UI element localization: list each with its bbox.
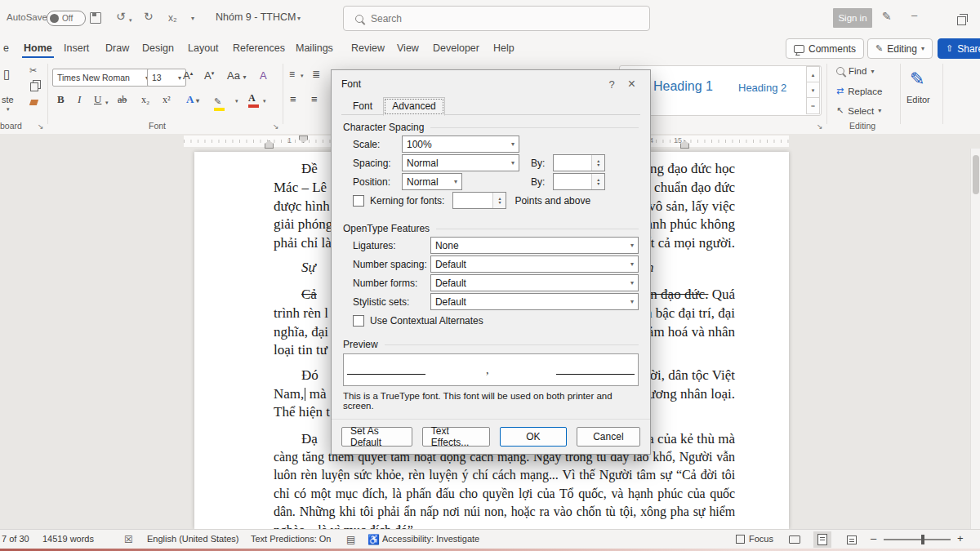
tab-home[interactable]: Home bbox=[22, 40, 54, 58]
tab-references[interactable]: References bbox=[231, 40, 287, 56]
style-heading-2[interactable]: Heading 2 bbox=[738, 82, 786, 94]
share-button[interactable]: ⇧ Share bbox=[938, 38, 980, 59]
language-status[interactable]: English (United States) bbox=[147, 534, 239, 544]
underline-button[interactable]: U bbox=[94, 93, 101, 106]
clear-formatting-button[interactable]: A bbox=[260, 69, 267, 82]
font-color-dropdown-icon[interactable]: ▾ bbox=[263, 98, 266, 104]
focus-button[interactable]: Focus bbox=[736, 534, 773, 544]
sign-in-button[interactable]: Sign in bbox=[833, 8, 872, 28]
autosave-toggle[interactable]: Off bbox=[47, 11, 86, 26]
paste-icon[interactable]: ▯ bbox=[3, 67, 10, 82]
restore-window-icon[interactable] bbox=[957, 16, 966, 25]
text-effects-button[interactable]: A ▾ bbox=[186, 93, 199, 106]
zoom-in-icon[interactable]: + bbox=[957, 532, 964, 544]
search-input[interactable]: Search bbox=[343, 6, 650, 31]
paste-dropdown-icon[interactable]: ▾ bbox=[7, 106, 10, 113]
shrink-font-button[interactable]: A▾ bbox=[204, 69, 214, 82]
highlight-dropdown-icon[interactable]: ▾ bbox=[235, 98, 238, 104]
tab-font[interactable]: Font bbox=[345, 98, 381, 115]
dialog-title-bar[interactable]: Font ? × bbox=[332, 70, 650, 95]
numbering-button[interactable]: ≣ bbox=[312, 69, 320, 80]
title-dropdown-icon[interactable]: ▾ bbox=[297, 13, 301, 24]
tab-file-fragment[interactable]: e bbox=[2, 40, 11, 56]
change-case-button[interactable]: Aa ▾ bbox=[227, 69, 247, 82]
spacing-by-spinner[interactable]: ▴▾ bbox=[553, 154, 605, 171]
clipboard-dialog-launcher-icon[interactable]: ↘ bbox=[38, 122, 44, 131]
tab-design[interactable]: Design bbox=[140, 40, 176, 56]
ok-button[interactable]: OK bbox=[500, 427, 567, 447]
editor-label[interactable]: Editor bbox=[906, 95, 930, 104]
paste-label-fragment[interactable]: ste bbox=[2, 95, 14, 104]
underline-dropdown-icon[interactable]: ▾ bbox=[105, 100, 109, 106]
align-center-button[interactable]: ≡ bbox=[311, 93, 318, 105]
ligatures-combobox[interactable]: None ▾ bbox=[430, 237, 639, 254]
tab-view[interactable]: View bbox=[395, 40, 421, 56]
proofing-status-icon[interactable]: ☒ bbox=[124, 534, 133, 545]
styles-gallery-more-icon[interactable]: ≂ bbox=[806, 97, 820, 114]
styles-dialog-launcher-icon[interactable]: ↘ bbox=[817, 122, 823, 131]
strikethrough-button[interactable]: ab bbox=[118, 94, 127, 106]
tab-developer[interactable]: Developer bbox=[431, 40, 481, 56]
number-spacing-combobox[interactable]: Default ▾ bbox=[430, 256, 639, 273]
left-indent-marker[interactable] bbox=[265, 140, 274, 149]
stylistic-sets-combobox[interactable]: Default ▾ bbox=[430, 293, 639, 310]
copy-icon[interactable] bbox=[30, 82, 38, 91]
page-number-status[interactable]: 7 of 30 bbox=[2, 534, 29, 544]
tab-draw[interactable]: Draw bbox=[104, 40, 131, 56]
bold-button[interactable]: B bbox=[57, 93, 65, 106]
highlight-button[interactable]: ✎ bbox=[214, 93, 225, 111]
ink-pen-icon[interactable]: ✎ bbox=[882, 11, 892, 22]
kerning-points-spinner[interactable]: ▴▾ bbox=[452, 192, 506, 209]
select-button[interactable]: ↖ Select ▾ bbox=[836, 105, 881, 116]
text-effects-button[interactable]: Text Effects... bbox=[422, 427, 490, 447]
position-combobox[interactable]: Normal ▾ bbox=[402, 173, 462, 190]
find-button[interactable]: Find ▾ bbox=[836, 66, 874, 76]
replace-button[interactable]: ⇄ Replace bbox=[836, 86, 882, 96]
format-painter-icon[interactable] bbox=[29, 100, 38, 105]
subscript-button[interactable]: x₂ bbox=[141, 94, 149, 106]
number-forms-combobox[interactable]: Default ▾ bbox=[430, 274, 639, 291]
set-as-default-button[interactable]: Set As Default bbox=[341, 427, 412, 447]
comments-button[interactable]: Comments bbox=[786, 38, 864, 59]
web-layout-button[interactable] bbox=[843, 531, 861, 548]
font-color-button[interactable]: A bbox=[248, 92, 259, 108]
style-heading-1[interactable]: Heading 1 bbox=[653, 79, 713, 94]
bullets-dropdown-icon[interactable]: ▾ bbox=[301, 73, 304, 79]
contextual-alternates-checkbox[interactable] bbox=[353, 315, 364, 327]
quick-access-overflow-icon[interactable]: ▾ bbox=[191, 13, 194, 24]
font-dialog-launcher-icon[interactable]: ↘ bbox=[273, 122, 279, 131]
tab-layout[interactable]: Layout bbox=[186, 40, 220, 56]
tab-advanced[interactable]: Advanced bbox=[383, 97, 444, 116]
accessibility-status[interactable]: Accessibility: Investigate bbox=[382, 534, 479, 544]
kerning-checkbox[interactable] bbox=[353, 195, 364, 207]
minimize-icon[interactable]: – bbox=[911, 10, 917, 21]
cancel-button[interactable]: Cancel bbox=[577, 427, 640, 447]
italic-button[interactable]: I bbox=[78, 93, 81, 106]
align-left-button[interactable]: ≡ bbox=[290, 93, 296, 105]
tab-help[interactable]: Help bbox=[492, 40, 516, 56]
text-predictions-status[interactable]: Text Predictions: On bbox=[251, 534, 331, 544]
undo-icon[interactable]: ↺ bbox=[116, 11, 126, 22]
word-count-status[interactable]: 14519 words bbox=[42, 534, 94, 544]
font-name-combobox[interactable]: Times New Roman ▾ bbox=[52, 69, 154, 87]
zoom-slider-thumb[interactable] bbox=[921, 535, 924, 544]
position-by-spinner[interactable]: ▴▾ bbox=[553, 173, 605, 190]
scrollbar-thumb[interactable] bbox=[973, 155, 979, 194]
editing-mode-button[interactable]: ✎ Editing ▾ bbox=[867, 38, 933, 59]
first-line-indent-marker[interactable] bbox=[299, 136, 308, 143]
cut-icon[interactable]: ✂ bbox=[29, 65, 37, 76]
help-icon[interactable]: ? bbox=[602, 78, 621, 91]
tab-insert[interactable]: Insert bbox=[62, 40, 91, 56]
zoom-slider[interactable] bbox=[884, 539, 951, 540]
read-mode-button[interactable] bbox=[786, 531, 804, 548]
zoom-out-icon[interactable]: – bbox=[871, 532, 876, 544]
grow-font-button[interactable]: A▴ bbox=[183, 69, 193, 82]
print-layout-button[interactable] bbox=[813, 531, 831, 548]
editor-status-icon[interactable]: ▤ bbox=[346, 534, 355, 545]
redo-icon[interactable]: ↻ bbox=[144, 11, 154, 22]
save-icon[interactable] bbox=[90, 12, 101, 24]
editor-icon[interactable]: ✎ bbox=[910, 69, 924, 90]
superscript-button[interactable]: x² bbox=[163, 94, 171, 106]
undo-dropdown-icon[interactable]: ▾ bbox=[129, 15, 132, 26]
vertical-scrollbar[interactable] bbox=[970, 149, 980, 529]
